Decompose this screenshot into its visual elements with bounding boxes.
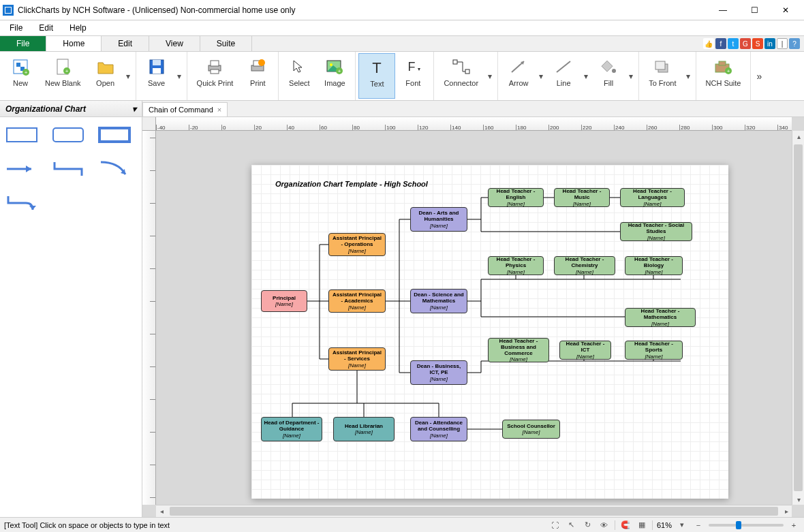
scrollbar-v-thumb[interactable] xyxy=(794,144,803,491)
connector-dropdown[interactable]: ▾ xyxy=(485,53,495,99)
shapes-panel-dropdown[interactable]: ▾ xyxy=(132,104,136,114)
menu-file[interactable]: File xyxy=(5,22,27,34)
tab-file[interactable]: File xyxy=(0,36,46,51)
scroll-right[interactable]: ▸ xyxy=(781,505,792,516)
facebook-icon[interactable]: f xyxy=(715,38,726,49)
node-principal[interactable]: Principal[Name] xyxy=(261,290,307,312)
shape-arrow-curve[interactable] xyxy=(98,159,131,178)
zoom-label: 61% xyxy=(657,521,672,529)
ribbon-new-blank[interactable]: +New Blank xyxy=(38,53,88,99)
scroll-left[interactable]: ◂ xyxy=(156,505,167,516)
node-dean-arts[interactable]: Dean - Arts and Humanities[Name] xyxy=(410,207,467,232)
ribbon-nch-suite[interactable]: +NCH Suite xyxy=(699,53,748,99)
zoom-out[interactable]: − xyxy=(692,520,705,531)
node-ht-sports[interactable]: Head Teacher - Sports[Name] xyxy=(625,341,683,360)
menu-help[interactable]: Help xyxy=(65,22,91,34)
linkedin-icon[interactable]: in xyxy=(764,38,775,49)
open-dropdown[interactable]: ▾ xyxy=(123,53,133,99)
scroll-up[interactable]: ▴ xyxy=(793,131,804,142)
node-ap-academics[interactable]: Assistant Principal - Academics[Name] xyxy=(328,290,386,313)
shape-connector-down[interactable] xyxy=(5,193,38,213)
node-dean-science[interactable]: Dean - Science and Mathematics[Name] xyxy=(410,289,467,313)
node-ht-ict[interactable]: Head Teacher - ICT[Name] xyxy=(559,341,611,360)
ribbon-to-front[interactable]: To Front xyxy=(642,53,683,99)
menu-edit[interactable]: Edit xyxy=(35,22,57,34)
tab-view[interactable]: View xyxy=(149,36,200,51)
ribbon-print[interactable]: Print xyxy=(240,53,275,99)
shape-rect-rounded[interactable] xyxy=(52,125,84,144)
node-ht-social[interactable]: Head Teacher - Social Studies[Name] xyxy=(620,222,692,241)
tab-home[interactable]: Home xyxy=(46,36,102,51)
status-grid-icon[interactable]: ▦ xyxy=(636,520,648,531)
tofront-dropdown[interactable]: ▾ xyxy=(683,53,693,99)
ribbon-arrow[interactable]: Arrow xyxy=(501,53,536,99)
new-blank-icon: + xyxy=(52,56,74,78)
ribbon-new[interactable]: +New xyxy=(3,53,38,99)
line-dropdown[interactable]: ▾ xyxy=(581,53,591,99)
maximize-button[interactable]: ☐ xyxy=(739,0,770,20)
document-tab[interactable]: Chain of Command × xyxy=(142,102,228,116)
tab-edit[interactable]: Edit xyxy=(102,36,149,51)
node-dean-business[interactable]: Dean - Business, ICT, PE[Name] xyxy=(410,360,467,385)
chart-title: Organization Chart Template - High Schoo… xyxy=(275,180,428,188)
node-school-counsellor[interactable]: School Counsellor[Name] xyxy=(502,420,560,439)
node-ap-services[interactable]: Assistant Principal - Services[Name] xyxy=(328,347,386,371)
tab-suite[interactable]: Suite xyxy=(200,36,252,51)
node-ht-english[interactable]: Head Teacher - English[Name] xyxy=(488,188,544,207)
node-head-guidance[interactable]: Head of Department - Guidance[Name] xyxy=(261,417,322,441)
status-cursor-icon[interactable]: ↖ xyxy=(566,520,578,531)
shape-rect-thin[interactable] xyxy=(5,125,38,144)
svg-point-18 xyxy=(330,63,333,66)
status-snap-icon[interactable]: 🧲 xyxy=(619,520,632,531)
node-ht-music[interactable]: Head Teacher - Music[Name] xyxy=(554,188,610,207)
ribbon-fill[interactable]: Fill xyxy=(591,53,626,99)
ribbon-quick-print[interactable]: Quick Print xyxy=(190,53,241,99)
ribbon-select[interactable]: Select xyxy=(281,53,317,99)
close-tab-icon[interactable]: × xyxy=(217,106,221,114)
page[interactable]: Organization Chart Template - High Schoo… xyxy=(251,165,728,499)
node-ht-chemistry[interactable]: Head Teacher - Chemistry[Name] xyxy=(554,256,615,275)
status-redo-icon[interactable]: ↻ xyxy=(582,520,594,531)
zoom-in[interactable]: + xyxy=(788,520,800,531)
node-ht-physics[interactable]: Head Teacher - Physics[Name] xyxy=(488,256,544,275)
node-ht-math[interactable]: Head Teacher - Mathematics[Name] xyxy=(625,308,696,327)
canvas[interactable]: Organization Chart Template - High Schoo… xyxy=(156,131,792,505)
ribbon-text[interactable]: TText xyxy=(358,53,395,99)
scrollbar-h-thumb[interactable] xyxy=(170,507,778,516)
zoom-dropdown[interactable]: ▾ xyxy=(676,520,688,531)
shapes-panel-header[interactable]: Organizational Chart ▾ xyxy=(0,101,142,117)
arrow-dropdown[interactable]: ▾ xyxy=(536,53,546,99)
minimize-button[interactable]: — xyxy=(707,0,739,20)
ribbon-overflow[interactable]: » xyxy=(751,52,767,100)
save-dropdown[interactable]: ▾ xyxy=(174,53,184,99)
ribbon-image[interactable]: +Image xyxy=(317,53,352,99)
status-fit-icon[interactable]: ⛶ xyxy=(549,520,561,531)
zoom-thumb[interactable] xyxy=(736,521,741,529)
zoom-slider[interactable] xyxy=(709,524,784,527)
thumbs-up-icon[interactable]: 👍 xyxy=(703,38,714,49)
status-eye-icon[interactable]: 👁 xyxy=(598,520,610,531)
scrollbar-horizontal[interactable]: ◂ ▸ xyxy=(156,505,792,517)
scroll-down[interactable]: ▾ xyxy=(793,494,804,505)
node-ht-languages[interactable]: Head Teacher - Languages[Name] xyxy=(620,188,685,207)
node-ht-biology[interactable]: Head Teacher - Biology[Name] xyxy=(625,256,683,275)
node-ap-operations[interactable]: Assistant Principal - Operations[Name] xyxy=(328,233,386,256)
twitter-icon[interactable]: t xyxy=(728,38,739,49)
close-button[interactable]: ✕ xyxy=(770,0,801,20)
shape-rect-thick[interactable] xyxy=(98,125,131,144)
ribbon-open[interactable]: Open xyxy=(88,53,123,99)
ribbon-line[interactable]: Line xyxy=(546,53,581,99)
stumble-icon[interactable]: S xyxy=(752,38,763,49)
node-head-librarian[interactable]: Head Librarian[Name] xyxy=(333,417,395,441)
node-ht-business[interactable]: Head Teacher - Business and Commerce[Nam… xyxy=(488,338,549,362)
shape-arrow-straight[interactable] xyxy=(5,159,38,178)
shape-connector-elbow[interactable] xyxy=(52,159,84,178)
node-dean-attendance[interactable]: Dean - Attendance and Counselling[Name] xyxy=(410,417,467,441)
ribbon-font[interactable]: F▾Font xyxy=(395,53,431,99)
fill-dropdown[interactable]: ▾ xyxy=(626,53,636,99)
help-icon[interactable]: ? xyxy=(789,38,800,49)
scrollbar-vertical[interactable]: ▴ ▾ xyxy=(792,131,804,505)
ribbon-connector[interactable]: Connector xyxy=(437,53,485,99)
googleplus-icon[interactable]: G xyxy=(740,38,751,49)
ribbon-save[interactable]: Save xyxy=(139,53,174,99)
